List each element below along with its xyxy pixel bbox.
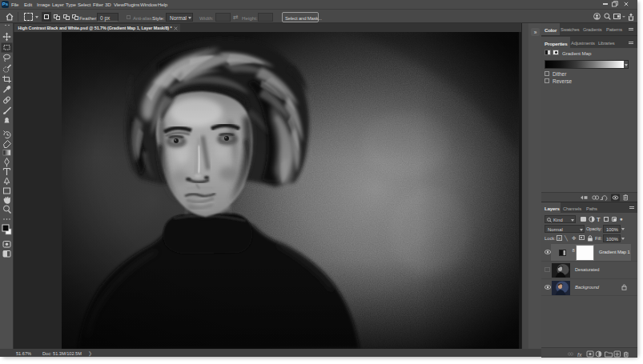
svg-text:fx: fx <box>577 352 582 358</box>
